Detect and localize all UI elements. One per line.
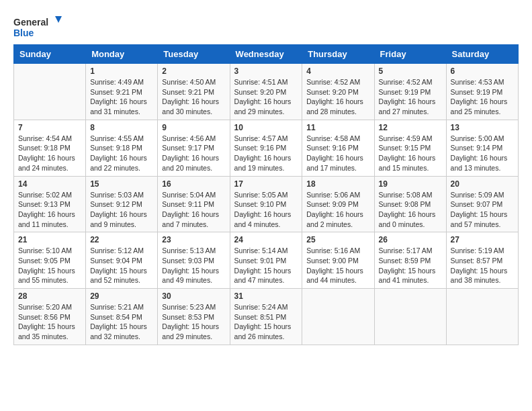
calendar-cell <box>302 289 374 345</box>
day-info: Sunrise: 5:12 AM Sunset: 9:04 PM Dayligh… <box>90 246 153 285</box>
day-number: 4 <box>306 66 369 76</box>
day-number: 28 <box>18 291 81 301</box>
day-number: 5 <box>379 66 442 76</box>
day-number: 7 <box>18 123 81 132</box>
day-info: Sunrise: 5:19 AM Sunset: 8:57 PM Dayligh… <box>451 246 514 285</box>
day-info: Sunrise: 4:53 AM Sunset: 9:19 PM Dayligh… <box>451 77 514 117</box>
calendar-cell: 2Sunrise: 4:50 AM Sunset: 9:21 PM Daylig… <box>158 64 230 120</box>
week-row-3: 14Sunrise: 5:02 AM Sunset: 9:13 PM Dayli… <box>14 176 519 232</box>
day-number: 27 <box>451 235 514 244</box>
day-number: 12 <box>379 123 442 132</box>
day-info: Sunrise: 4:54 AM Sunset: 9:18 PM Dayligh… <box>18 134 81 173</box>
day-number: 16 <box>162 179 225 189</box>
day-number: 26 <box>379 235 442 244</box>
logo-svg: General Blue <box>13 13 67 40</box>
day-number: 2 <box>162 66 225 76</box>
day-info: Sunrise: 4:58 AM Sunset: 9:16 PM Dayligh… <box>306 134 369 173</box>
day-info: Sunrise: 5:17 AM Sunset: 8:59 PM Dayligh… <box>379 246 442 285</box>
week-row-2: 7Sunrise: 4:54 AM Sunset: 9:18 PM Daylig… <box>14 120 519 176</box>
calendar-cell <box>374 289 446 345</box>
calendar-cell: 27Sunrise: 5:19 AM Sunset: 8:57 PM Dayli… <box>446 232 518 289</box>
day-number: 9 <box>162 123 225 132</box>
day-number: 23 <box>162 235 225 244</box>
calendar-cell: 7Sunrise: 4:54 AM Sunset: 9:18 PM Daylig… <box>14 120 86 176</box>
column-header-wednesday: Wednesday <box>230 45 302 64</box>
day-info: Sunrise: 5:06 AM Sunset: 9:09 PM Dayligh… <box>306 190 369 230</box>
day-info: Sunrise: 5:02 AM Sunset: 9:13 PM Dayligh… <box>18 190 81 230</box>
calendar-cell: 16Sunrise: 5:04 AM Sunset: 9:11 PM Dayli… <box>158 176 230 232</box>
calendar-table: SundayMondayTuesdayWednesdayThursdayFrid… <box>13 44 519 345</box>
day-number: 13 <box>451 123 514 132</box>
day-number: 21 <box>18 235 81 244</box>
calendar-cell: 17Sunrise: 5:05 AM Sunset: 9:10 PM Dayli… <box>230 176 302 232</box>
day-info: Sunrise: 4:50 AM Sunset: 9:21 PM Dayligh… <box>162 77 225 117</box>
column-header-friday: Friday <box>374 45 446 64</box>
day-info: Sunrise: 4:55 AM Sunset: 9:18 PM Dayligh… <box>90 134 153 173</box>
calendar-cell: 8Sunrise: 4:55 AM Sunset: 9:18 PM Daylig… <box>86 120 158 176</box>
day-number: 24 <box>234 235 298 244</box>
day-number: 1 <box>90 66 153 76</box>
day-number: 30 <box>162 291 225 301</box>
calendar-cell: 4Sunrise: 4:52 AM Sunset: 9:20 PM Daylig… <box>302 64 374 120</box>
day-number: 8 <box>90 123 153 132</box>
column-header-sunday: Sunday <box>14 45 86 64</box>
logo: General Blue <box>13 13 67 40</box>
week-row-1: 1Sunrise: 4:49 AM Sunset: 9:21 PM Daylig… <box>14 64 519 120</box>
day-info: Sunrise: 5:24 AM Sunset: 8:51 PM Dayligh… <box>234 302 298 342</box>
day-number: 10 <box>234 123 298 132</box>
day-info: Sunrise: 4:49 AM Sunset: 9:21 PM Dayligh… <box>90 77 153 117</box>
day-info: Sunrise: 4:52 AM Sunset: 9:20 PM Dayligh… <box>306 77 369 117</box>
day-info: Sunrise: 5:21 AM Sunset: 8:54 PM Dayligh… <box>90 302 153 342</box>
calendar-cell: 9Sunrise: 4:56 AM Sunset: 9:17 PM Daylig… <box>158 120 230 176</box>
day-info: Sunrise: 5:09 AM Sunset: 9:07 PM Dayligh… <box>451 190 514 230</box>
header-row: SundayMondayTuesdayWednesdayThursdayFrid… <box>14 45 519 64</box>
calendar-cell: 22Sunrise: 5:12 AM Sunset: 9:04 PM Dayli… <box>86 232 158 289</box>
day-number: 11 <box>306 123 369 132</box>
column-header-saturday: Saturday <box>446 45 518 64</box>
day-info: Sunrise: 5:16 AM Sunset: 9:00 PM Dayligh… <box>306 246 369 285</box>
calendar-cell: 20Sunrise: 5:09 AM Sunset: 9:07 PM Dayli… <box>446 176 518 232</box>
day-info: Sunrise: 5:05 AM Sunset: 9:10 PM Dayligh… <box>234 190 298 230</box>
day-number: 31 <box>234 291 298 301</box>
calendar-cell: 26Sunrise: 5:17 AM Sunset: 8:59 PM Dayli… <box>374 232 446 289</box>
day-number: 19 <box>379 179 442 189</box>
day-info: Sunrise: 5:14 AM Sunset: 9:01 PM Dayligh… <box>234 246 298 285</box>
calendar-cell: 1Sunrise: 4:49 AM Sunset: 9:21 PM Daylig… <box>86 64 158 120</box>
day-info: Sunrise: 5:20 AM Sunset: 8:56 PM Dayligh… <box>18 302 81 342</box>
calendar-cell: 18Sunrise: 5:06 AM Sunset: 9:09 PM Dayli… <box>302 176 374 232</box>
day-info: Sunrise: 5:10 AM Sunset: 9:05 PM Dayligh… <box>18 246 81 285</box>
day-info: Sunrise: 5:04 AM Sunset: 9:11 PM Dayligh… <box>162 190 225 230</box>
calendar-cell: 5Sunrise: 4:52 AM Sunset: 9:19 PM Daylig… <box>374 64 446 120</box>
calendar-cell: 30Sunrise: 5:23 AM Sunset: 8:53 PM Dayli… <box>158 289 230 345</box>
day-info: Sunrise: 5:00 AM Sunset: 9:14 PM Dayligh… <box>451 134 514 173</box>
calendar-cell: 3Sunrise: 4:51 AM Sunset: 9:20 PM Daylig… <box>230 64 302 120</box>
day-number: 18 <box>306 179 369 189</box>
calendar-cell: 6Sunrise: 4:53 AM Sunset: 9:19 PM Daylig… <box>446 64 518 120</box>
week-row-4: 21Sunrise: 5:10 AM Sunset: 9:05 PM Dayli… <box>14 232 519 289</box>
calendar-cell: 10Sunrise: 4:57 AM Sunset: 9:16 PM Dayli… <box>230 120 302 176</box>
week-row-5: 28Sunrise: 5:20 AM Sunset: 8:56 PM Dayli… <box>14 289 519 345</box>
day-info: Sunrise: 4:56 AM Sunset: 9:17 PM Dayligh… <box>162 134 225 173</box>
day-number: 3 <box>234 66 298 76</box>
calendar-cell: 19Sunrise: 5:08 AM Sunset: 9:08 PM Dayli… <box>374 176 446 232</box>
calendar-cell <box>14 64 86 120</box>
day-info: Sunrise: 4:52 AM Sunset: 9:19 PM Dayligh… <box>379 77 442 117</box>
day-info: Sunrise: 4:59 AM Sunset: 9:15 PM Dayligh… <box>379 134 442 173</box>
calendar-cell: 28Sunrise: 5:20 AM Sunset: 8:56 PM Dayli… <box>14 289 86 345</box>
day-info: Sunrise: 5:03 AM Sunset: 9:12 PM Dayligh… <box>90 190 153 230</box>
column-header-monday: Monday <box>86 45 158 64</box>
day-number: 29 <box>90 291 153 301</box>
svg-marker-2 <box>55 16 62 23</box>
day-number: 6 <box>451 66 514 76</box>
calendar-cell: 15Sunrise: 5:03 AM Sunset: 9:12 PM Dayli… <box>86 176 158 232</box>
day-info: Sunrise: 5:23 AM Sunset: 8:53 PM Dayligh… <box>162 302 225 342</box>
calendar-cell: 13Sunrise: 5:00 AM Sunset: 9:14 PM Dayli… <box>446 120 518 176</box>
day-info: Sunrise: 5:08 AM Sunset: 9:08 PM Dayligh… <box>379 190 442 230</box>
column-header-tuesday: Tuesday <box>158 45 230 64</box>
day-info: Sunrise: 4:51 AM Sunset: 9:20 PM Dayligh… <box>234 77 298 117</box>
calendar-cell: 24Sunrise: 5:14 AM Sunset: 9:01 PM Dayli… <box>230 232 302 289</box>
day-number: 20 <box>451 179 514 189</box>
svg-text:General: General <box>13 17 48 28</box>
calendar-cell: 23Sunrise: 5:13 AM Sunset: 9:03 PM Dayli… <box>158 232 230 289</box>
day-info: Sunrise: 5:13 AM Sunset: 9:03 PM Dayligh… <box>162 246 225 285</box>
